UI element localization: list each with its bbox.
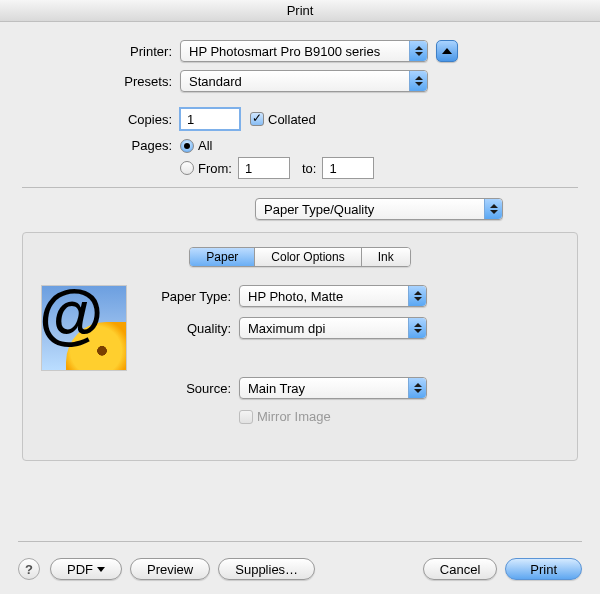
source-label: Source: (147, 381, 239, 396)
button-bar: ? PDF Preview Supplies… Cancel Print (18, 558, 582, 580)
paper-type-popup[interactable]: HP Photo, Matte (239, 285, 427, 307)
section-selected: Paper Type/Quality (264, 202, 396, 217)
cancel-button[interactable]: Cancel (423, 558, 497, 580)
tab-ink[interactable]: Ink (362, 248, 410, 266)
triangle-down-icon (97, 567, 105, 572)
chevron-updown-icon (408, 378, 426, 398)
copies-input[interactable] (180, 108, 240, 130)
preview-button[interactable]: Preview (130, 558, 210, 580)
printer-popup[interactable]: HP Photosmart Pro B9100 series (180, 40, 428, 62)
at-sign-icon: @ (41, 285, 102, 352)
source-popup[interactable]: Main Tray (239, 377, 427, 399)
paper-quality-group: Paper Color Options Ink @ Paper Type: HP… (22, 232, 578, 461)
quality-label: Quality: (147, 321, 239, 336)
chevron-updown-icon (408, 286, 426, 306)
pages-label: Pages: (22, 138, 180, 153)
divider (18, 541, 582, 542)
pages-all-radio[interactable] (180, 139, 194, 153)
collated-label: Collated (268, 112, 316, 127)
pages-from-input[interactable] (238, 157, 290, 179)
help-button[interactable]: ? (18, 558, 40, 580)
pages-to-input[interactable] (322, 157, 374, 179)
chevron-updown-icon (409, 41, 427, 61)
chevron-updown-icon (409, 71, 427, 91)
presets-popup[interactable]: Standard (180, 70, 428, 92)
tab-paper[interactable]: Paper (190, 248, 255, 266)
disclosure-collapse-button[interactable] (436, 40, 458, 62)
help-icon: ? (25, 562, 33, 577)
pages-from-label: From: (198, 161, 232, 176)
quality-popup[interactable]: Maximum dpi (239, 317, 427, 339)
source-selected: Main Tray (248, 381, 327, 396)
tab-color-options[interactable]: Color Options (255, 248, 361, 266)
supplies-button[interactable]: Supplies… (218, 558, 315, 580)
paper-type-label: Paper Type: (147, 289, 239, 304)
chevron-updown-icon (408, 318, 426, 338)
printer-selected: HP Photosmart Pro B9100 series (189, 44, 402, 59)
mirror-image-checkbox (239, 410, 253, 424)
chevron-updown-icon (484, 199, 502, 219)
quality-selected: Maximum dpi (248, 321, 347, 336)
copies-label: Copies: (22, 112, 180, 127)
output-preview-thumbnail: @ (41, 285, 127, 371)
section-popup[interactable]: Paper Type/Quality (255, 198, 503, 220)
window-title: Print (287, 3, 314, 18)
collated-checkbox[interactable] (250, 112, 264, 126)
mirror-image-label: Mirror Image (257, 409, 331, 424)
paper-type-selected: HP Photo, Matte (248, 289, 365, 304)
tab-bar: Paper Color Options Ink (189, 247, 410, 267)
window-titlebar: Print (0, 0, 600, 22)
pages-range-radio[interactable] (180, 161, 194, 175)
presets-label: Presets: (22, 74, 180, 89)
print-button[interactable]: Print (505, 558, 582, 580)
divider (22, 187, 578, 188)
pages-to-label: to: (302, 161, 316, 176)
presets-selected: Standard (189, 74, 264, 89)
printer-label: Printer: (22, 44, 180, 59)
pdf-menu-button[interactable]: PDF (50, 558, 122, 580)
pages-all-label: All (198, 138, 212, 153)
